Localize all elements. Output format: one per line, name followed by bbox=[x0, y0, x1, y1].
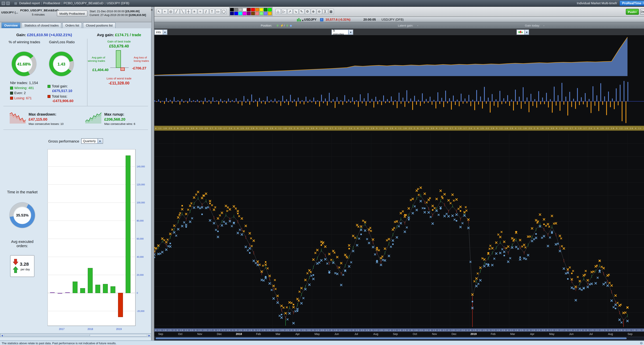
palette-color[interactable] bbox=[234, 12, 238, 15]
cursor-icon[interactable]: ↖ bbox=[156, 9, 162, 14]
backtest-dates: Start: 21-Dec-2016 00:00:00 [£5,000.00] … bbox=[90, 9, 151, 17]
close-panel-icon[interactable]: ✕ bbox=[150, 8, 153, 12]
gross-performance-chart[interactable]: 140,000120,000100,00080,00060,00040,0002… bbox=[48, 149, 150, 332]
text-tool-icon[interactable]: T bbox=[209, 9, 214, 14]
window-restore-icon[interactable] bbox=[6, 1, 10, 5]
tab-statistics[interactable]: Statistics of closed trades bbox=[22, 22, 62, 28]
palette-color[interactable] bbox=[268, 12, 272, 15]
segment-icon[interactable]: ╲ bbox=[180, 9, 185, 14]
palette-color[interactable] bbox=[264, 8, 268, 11]
delete-icon[interactable]: ╳ bbox=[322, 9, 328, 14]
equity-curve-chart[interactable] bbox=[154, 36, 644, 77]
scrollbar-thumb[interactable] bbox=[156, 338, 626, 339]
max-consecutive-wins: Max consecutive wins: 6 bbox=[104, 122, 135, 125]
chart-settings-row: ints▼ 5 minutes▼ ▼ bbox=[154, 28, 644, 36]
svg-text:-20,000: -20,000 bbox=[137, 310, 144, 313]
date-ruler-top[interactable]: 4 11 18 25 2 9 16 23 30 6 13 20 27 3 10 … bbox=[154, 126, 644, 131]
arrow-up-icon[interactable]: ↗ bbox=[287, 9, 292, 14]
play-icon[interactable]: ▷ bbox=[281, 9, 286, 14]
gross-performance-select[interactable]: Quarterly ▼ bbox=[81, 138, 103, 144]
palette-color[interactable] bbox=[268, 8, 272, 11]
palette-color[interactable] bbox=[251, 12, 255, 15]
palette-color[interactable] bbox=[238, 12, 242, 15]
tab-overview[interactable]: Overview bbox=[1, 22, 20, 28]
chart-zoom-out-icon[interactable]: ⊖ bbox=[640, 341, 643, 345]
push-button[interactable]: Push+ bbox=[626, 9, 639, 15]
palette-color[interactable] bbox=[255, 8, 259, 11]
palette-color[interactable] bbox=[243, 12, 246, 15]
chart-horizontal-scrollbar[interactable] bbox=[154, 337, 644, 340]
trade-pnl-chart[interactable] bbox=[154, 78, 644, 125]
palette-color[interactable] bbox=[230, 12, 234, 15]
palette-color[interactable] bbox=[243, 8, 246, 11]
palette-color[interactable] bbox=[251, 8, 255, 11]
triangle-tool-icon[interactable]: △ bbox=[275, 9, 281, 14]
tab-closed-positions[interactable]: Closed positions list bbox=[83, 22, 116, 28]
palette-color[interactable] bbox=[247, 8, 251, 11]
price-chart[interactable] bbox=[154, 133, 644, 328]
ellipse-tool-icon[interactable]: ◯ bbox=[221, 9, 226, 14]
panel-horizontal-scrollbar[interactable]: ◀ ▶ bbox=[0, 333, 152, 337]
grid-icon[interactable]: ▦ bbox=[328, 9, 334, 14]
lightning-icon[interactable]: ⚡ bbox=[280, 24, 284, 27]
scroll-left-icon[interactable]: ◀ bbox=[0, 334, 4, 337]
total-gain-value: £675,517.10 bbox=[52, 89, 72, 93]
tab-orders-list[interactable]: Orders list bbox=[62, 22, 82, 28]
gain-line: Gain: £201,610.50 (+4,032.21%) bbox=[0, 33, 88, 37]
brand-badge[interactable]: ProRealTimePremium bbox=[620, 0, 644, 6]
gain-loss-ratio-donut: 1.43 bbox=[49, 52, 74, 76]
palette-color[interactable] bbox=[260, 8, 263, 11]
winning-swatch bbox=[10, 87, 13, 90]
arrow-down-icon[interactable]: ↘ bbox=[293, 9, 298, 14]
rect-tool-icon[interactable]: ▭ bbox=[215, 9, 220, 14]
window-menu-icon[interactable] bbox=[2, 1, 5, 5]
pencil-icon[interactable]: ✎ bbox=[299, 9, 304, 14]
window-tab-system[interactable]: PCBO_USDJPY_BEst&EoD bbox=[64, 1, 104, 5]
order-icon[interactable]: ◆ bbox=[290, 24, 292, 27]
quote-name: USD/JPY (DFB) bbox=[382, 18, 404, 21]
dealthru-button[interactable]: DealThru ▾ bbox=[640, 9, 644, 15]
info-icon[interactable]: i bbox=[320, 18, 324, 21]
timeframe-label: 5 minutes bbox=[20, 13, 56, 16]
total-gain-label: Total gain: bbox=[48, 84, 68, 88]
x-axis-label: Oct bbox=[408, 333, 421, 336]
scroll-right-icon[interactable]: ▶ bbox=[148, 334, 151, 337]
svg-text:40,000: 40,000 bbox=[137, 256, 144, 258]
palette-color[interactable] bbox=[230, 8, 234, 11]
zoom-in-icon[interactable]: ⊕ bbox=[310, 9, 316, 14]
max-consecutive-losses: Max consecutive losses: 10 bbox=[28, 122, 64, 125]
zoom-out-icon[interactable]: ⊖ bbox=[316, 9, 322, 14]
quote-symbol[interactable]: USDJPY bbox=[304, 18, 316, 21]
hline-icon[interactable]: ≡ bbox=[192, 9, 197, 14]
function-icon[interactable]: ƒ bbox=[204, 9, 209, 14]
date-ruler-bottom[interactable]: 4 11 18 25 2 9 16 23 30 6 13 20 27 3 10 … bbox=[154, 328, 644, 332]
trendline-icon[interactable]: ╱ bbox=[174, 9, 179, 14]
palette-color[interactable] bbox=[238, 8, 242, 11]
palette-color[interactable] bbox=[234, 8, 238, 11]
window-tab-detailed-report[interactable]: Detailed report bbox=[19, 1, 40, 5]
report-tabs: Overview Statistics of closed trades Ord… bbox=[0, 22, 152, 28]
max-drawdown-sparkline bbox=[9, 111, 26, 124]
palette-color[interactable] bbox=[255, 12, 259, 15]
modify-probacktest-button[interactable]: Modify ProBacktest bbox=[57, 10, 88, 16]
window-tab-probacktest[interactable]: ProBacktest bbox=[43, 1, 60, 5]
window-tab-instrument[interactable]: USD/JPY (DFB) bbox=[107, 1, 129, 5]
chevron-down-icon[interactable]: ▼ bbox=[98, 139, 102, 143]
crosshair-icon[interactable]: + bbox=[162, 9, 168, 14]
scrollbar-thumb[interactable] bbox=[5, 335, 90, 336]
palette-color[interactable] bbox=[260, 12, 263, 15]
gear-icon[interactable]: ⚙ bbox=[305, 9, 310, 14]
timeframe-select[interactable]: 5 minutes▼ bbox=[332, 29, 353, 35]
units-select[interactable]: ints▼ bbox=[154, 29, 167, 35]
panel-splitter[interactable] bbox=[152, 7, 154, 341]
avg-orders-box: 3.28 per day bbox=[10, 255, 34, 277]
instrument-status-icon[interactable]: ▾ bbox=[297, 18, 304, 22]
max-runup-value: £206,568.20 bbox=[104, 117, 125, 121]
wave-icon[interactable]: ≈ bbox=[198, 9, 203, 14]
target-icon[interactable]: ◎ bbox=[168, 9, 173, 14]
chart-style-select[interactable]: ▼ bbox=[516, 29, 529, 35]
worst-trade-value: -£11,328.00 bbox=[87, 81, 152, 85]
cross-tool-icon[interactable]: ┼ bbox=[186, 9, 191, 14]
palette-color[interactable] bbox=[247, 12, 251, 15]
palette-color[interactable] bbox=[264, 12, 268, 15]
